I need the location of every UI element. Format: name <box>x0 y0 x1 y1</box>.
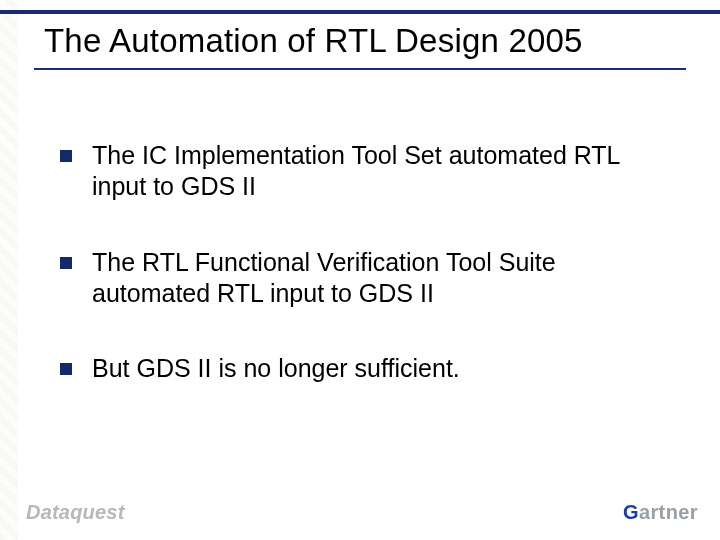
bullet-item: But GDS II is no longer sufficient. <box>60 353 670 384</box>
gartner-logo-initial: G <box>623 501 639 523</box>
gartner-logo: Gartner <box>623 501 698 524</box>
bullet-item: The IC Implementation Tool Set automated… <box>60 140 670 203</box>
bullet-text: But GDS II is no longer sufficient. <box>92 353 460 384</box>
bullet-text: The RTL Functional Verification Tool Sui… <box>92 247 670 310</box>
square-bullet-icon <box>60 363 72 375</box>
bullet-item: The RTL Functional Verification Tool Sui… <box>60 247 670 310</box>
decorative-left-strip <box>0 0 18 540</box>
gartner-logo-rest: artner <box>639 501 698 523</box>
top-rule <box>0 10 720 14</box>
bullet-text: The IC Implementation Tool Set automated… <box>92 140 670 203</box>
slide-title: The Automation of RTL Design 2005 <box>44 22 583 60</box>
square-bullet-icon <box>60 150 72 162</box>
square-bullet-icon <box>60 257 72 269</box>
dataquest-logo: Dataquest <box>26 501 125 524</box>
slide-body: The IC Implementation Tool Set automated… <box>60 140 670 428</box>
slide-footer: Dataquest Gartner <box>0 496 720 540</box>
title-underline <box>34 68 686 70</box>
slide: The Automation of RTL Design 2005 The IC… <box>0 0 720 540</box>
